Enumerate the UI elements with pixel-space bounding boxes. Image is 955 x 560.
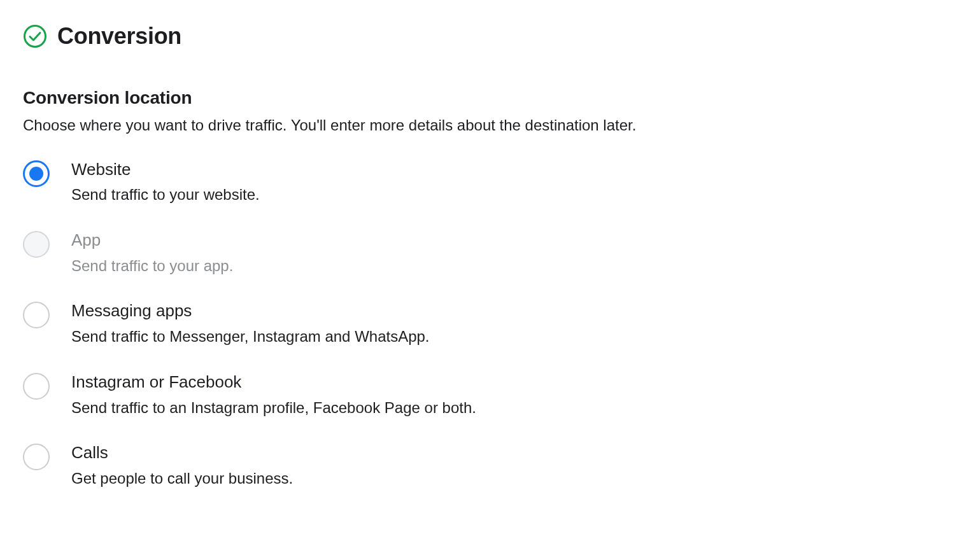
radio-button[interactable] (23, 302, 50, 328)
radio-content: Messaging apps Send traffic to Messenger… (71, 300, 430, 347)
radio-label: Instagram or Facebook (71, 372, 476, 393)
radio-label: Website (71, 159, 260, 181)
radio-content: Website Send traffic to your website. (71, 159, 260, 206)
radio-content: Instagram or Facebook Send traffic to an… (71, 372, 476, 418)
radio-option-calls[interactable]: Calls Get people to call your business. (23, 442, 932, 489)
radio-label: App (71, 230, 233, 251)
radio-option-app: App Send traffic to your app. (23, 230, 932, 276)
radio-button (23, 231, 50, 258)
radio-option-messaging-apps[interactable]: Messaging apps Send traffic to Messenger… (23, 300, 932, 347)
radio-button[interactable] (23, 444, 50, 470)
subsection-title: Conversion location (23, 88, 932, 108)
radio-option-website[interactable]: Website Send traffic to your website. (23, 159, 932, 206)
radio-description: Send traffic to an Instagram profile, Fa… (71, 397, 476, 419)
radio-content: Calls Get people to call your business. (71, 442, 293, 489)
radio-content: App Send traffic to your app. (71, 230, 233, 276)
conversion-location-radio-group: Website Send traffic to your website. Ap… (23, 159, 932, 489)
svg-point-0 (25, 26, 46, 47)
radio-option-instagram-or-facebook[interactable]: Instagram or Facebook Send traffic to an… (23, 372, 932, 418)
section-header: Conversion (23, 23, 932, 50)
check-circle-icon (23, 24, 47, 48)
subsection-description: Choose where you want to drive traffic. … (23, 115, 932, 136)
radio-button[interactable] (23, 373, 50, 400)
radio-description: Send traffic to your app. (71, 255, 233, 277)
radio-description: Send traffic to your website. (71, 184, 260, 206)
section-title: Conversion (57, 23, 181, 50)
radio-label: Calls (71, 442, 293, 464)
radio-description: Get people to call your business. (71, 468, 293, 489)
radio-description: Send traffic to Messenger, Instagram and… (71, 326, 430, 347)
radio-label: Messaging apps (71, 300, 430, 322)
radio-button[interactable] (23, 160, 50, 187)
